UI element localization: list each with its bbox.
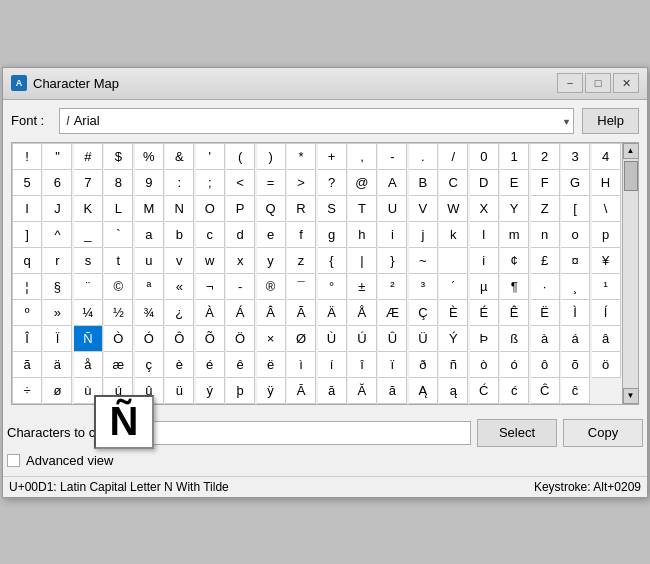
scrollbar[interactable]: ▲ ▼ bbox=[622, 143, 638, 404]
char-cell[interactable]: U bbox=[378, 196, 407, 222]
char-cell[interactable]: Ć bbox=[470, 378, 499, 404]
char-cell[interactable]: Z bbox=[531, 196, 560, 222]
char-cell[interactable]: ĉ bbox=[561, 378, 590, 404]
char-cell[interactable]: . bbox=[409, 144, 438, 170]
char-cell[interactable]: Ĉ bbox=[531, 378, 560, 404]
char-cell[interactable]: ë bbox=[257, 352, 286, 378]
char-cell[interactable]: ï bbox=[378, 352, 407, 378]
char-cell[interactable]: » bbox=[43, 300, 72, 326]
char-cell[interactable]: o bbox=[561, 222, 590, 248]
char-cell[interactable]: ! bbox=[13, 144, 42, 170]
char-cell[interactable]: m bbox=[500, 222, 529, 248]
char-cell[interactable]: à bbox=[531, 326, 560, 352]
char-cell[interactable]: x bbox=[226, 248, 255, 274]
char-cell[interactable]: ; bbox=[196, 170, 225, 196]
char-cell[interactable]: ` bbox=[104, 222, 133, 248]
char-cell[interactable]: $ bbox=[104, 144, 133, 170]
char-cell[interactable]: h bbox=[348, 222, 377, 248]
char-cell[interactable]: Ø bbox=[287, 326, 316, 352]
char-cell[interactable]: â bbox=[592, 326, 621, 352]
chars-to-copy-input[interactable] bbox=[129, 421, 471, 445]
char-cell[interactable]: Ä bbox=[318, 300, 347, 326]
scroll-thumb[interactable] bbox=[624, 161, 638, 191]
char-cell[interactable]: Ą bbox=[409, 378, 438, 404]
char-cell[interactable]: z bbox=[287, 248, 316, 274]
char-cell[interactable]: F bbox=[531, 170, 560, 196]
scroll-down-button[interactable]: ▼ bbox=[623, 388, 639, 404]
char-cell[interactable]: e bbox=[257, 222, 286, 248]
char-cell[interactable]: Ā bbox=[287, 378, 316, 404]
char-cell[interactable]: Þ bbox=[470, 326, 499, 352]
char-cell[interactable]: * bbox=[287, 144, 316, 170]
char-cell[interactable]: ª bbox=[135, 274, 164, 300]
char-cell[interactable]: g bbox=[318, 222, 347, 248]
char-cell[interactable]: ú bbox=[104, 378, 133, 404]
char-cell[interactable]: + bbox=[318, 144, 347, 170]
char-cell[interactable]: Ó bbox=[135, 326, 164, 352]
char-cell[interactable]: ì bbox=[287, 352, 316, 378]
char-cell[interactable]: T bbox=[348, 196, 377, 222]
char-cell[interactable]: s bbox=[74, 248, 103, 274]
char-cell[interactable]: ¸ bbox=[561, 274, 590, 300]
char-cell[interactable]: ¹ bbox=[592, 274, 621, 300]
char-cell[interactable]: c bbox=[196, 222, 225, 248]
maximize-button[interactable]: □ bbox=[585, 73, 611, 93]
char-cell[interactable]: ñ bbox=[439, 352, 468, 378]
char-cell[interactable]: Ò bbox=[104, 326, 133, 352]
char-cell[interactable]: ¯ bbox=[287, 274, 316, 300]
char-cell[interactable]: í bbox=[318, 352, 347, 378]
char-cell[interactable]: % bbox=[135, 144, 164, 170]
char-cell[interactable] bbox=[439, 248, 468, 274]
char-cell[interactable]: Á bbox=[226, 300, 255, 326]
char-cell[interactable]: S bbox=[318, 196, 347, 222]
char-cell[interactable]: 2 bbox=[531, 144, 560, 170]
char-cell[interactable]: [ bbox=[561, 196, 590, 222]
char-cell[interactable]: ò bbox=[470, 352, 499, 378]
char-cell[interactable]: Ù bbox=[318, 326, 347, 352]
char-cell[interactable]: Å bbox=[348, 300, 377, 326]
char-cell[interactable]: i bbox=[470, 248, 499, 274]
char-cell[interactable]: Q bbox=[257, 196, 286, 222]
char-cell[interactable]: ¥ bbox=[592, 248, 621, 274]
char-cell[interactable]: \ bbox=[592, 196, 621, 222]
char-cell[interactable]: K bbox=[74, 196, 103, 222]
char-cell[interactable]: ) bbox=[257, 144, 286, 170]
char-cell[interactable]: y bbox=[257, 248, 286, 274]
char-cell[interactable]: ö bbox=[592, 352, 621, 378]
char-cell[interactable]: H bbox=[592, 170, 621, 196]
char-cell[interactable]: 7 bbox=[74, 170, 103, 196]
char-cell[interactable]: W bbox=[439, 196, 468, 222]
char-cell[interactable]: < bbox=[226, 170, 255, 196]
char-cell[interactable]: V bbox=[409, 196, 438, 222]
char-cell[interactable]: ¶ bbox=[500, 274, 529, 300]
char-cell[interactable]: M bbox=[135, 196, 164, 222]
char-cell[interactable]: } bbox=[378, 248, 407, 274]
char-cell[interactable]: ¼ bbox=[74, 300, 103, 326]
char-cell[interactable]: C bbox=[439, 170, 468, 196]
char-cell[interactable]: Ë bbox=[531, 300, 560, 326]
char-cell[interactable]: ā bbox=[318, 378, 347, 404]
char-cell[interactable]: { bbox=[318, 248, 347, 274]
font-dropdown[interactable]: I Arial ▾ bbox=[59, 108, 574, 134]
char-cell[interactable]: d bbox=[226, 222, 255, 248]
char-cell[interactable]: ? bbox=[318, 170, 347, 196]
char-cell[interactable]: ¦ bbox=[13, 274, 42, 300]
select-button[interactable]: Select bbox=[477, 419, 557, 447]
char-cell[interactable]: Ú bbox=[348, 326, 377, 352]
char-cell[interactable]: £ bbox=[531, 248, 560, 274]
close-button[interactable]: ✕ bbox=[613, 73, 639, 93]
char-cell[interactable]: J bbox=[43, 196, 72, 222]
char-cell[interactable]: R bbox=[287, 196, 316, 222]
char-cell[interactable]: X bbox=[470, 196, 499, 222]
char-cell[interactable]: Ç bbox=[409, 300, 438, 326]
char-cell[interactable]: æ bbox=[104, 352, 133, 378]
advanced-view-label[interactable]: Advanced view bbox=[26, 453, 113, 468]
char-cell[interactable]: b bbox=[165, 222, 194, 248]
char-cell[interactable]: È bbox=[439, 300, 468, 326]
char-cell[interactable]: ß bbox=[500, 326, 529, 352]
char-cell[interactable]: " bbox=[43, 144, 72, 170]
char-cell[interactable]: ÿ bbox=[257, 378, 286, 404]
char-cell[interactable]: ' bbox=[196, 144, 225, 170]
char-cell[interactable]: I bbox=[13, 196, 42, 222]
char-cell[interactable]: Ü bbox=[409, 326, 438, 352]
